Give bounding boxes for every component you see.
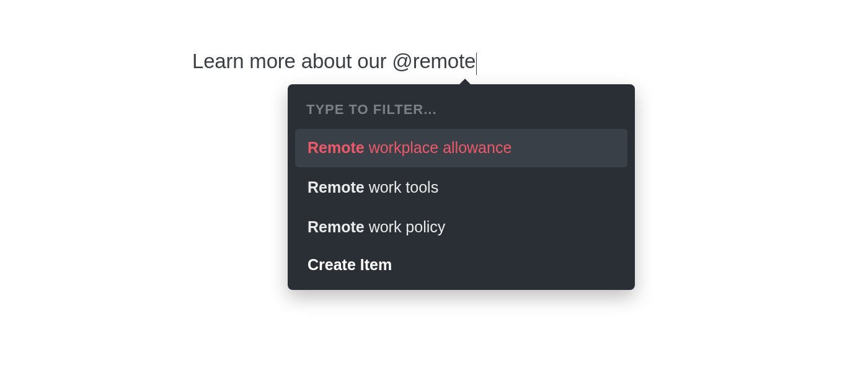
suggestion-match: Remote [308,178,365,196]
popover-arrow-icon [459,79,471,85]
suggestion-match: Remote [308,139,365,156]
create-item-button[interactable]: Create Item [295,247,627,280]
suggestion-item[interactable]: Remote work tools [295,169,627,207]
mention-popover-panel: TYPE TO FILTER... Remote workplace allow… [288,84,635,290]
filter-header-label: TYPE TO FILTER... [295,93,627,129]
text-cursor [476,53,477,75]
editor-prefix-text: Learn more about our [192,50,392,72]
suggestion-item[interactable]: Remote work policy [295,208,627,247]
suggestion-rest: work policy [365,218,446,235]
editor-mention-text: @remote [392,50,476,72]
suggestion-rest: workplace allowance [365,139,512,156]
mention-popover: TYPE TO FILTER... Remote workplace allow… [288,84,635,290]
suggestion-rest: work tools [365,178,438,196]
suggestion-match: Remote [308,218,365,235]
suggestion-item[interactable]: Remote workplace allowance [295,129,627,167]
editor-text-line[interactable]: Learn more about our @remote [192,50,477,73]
